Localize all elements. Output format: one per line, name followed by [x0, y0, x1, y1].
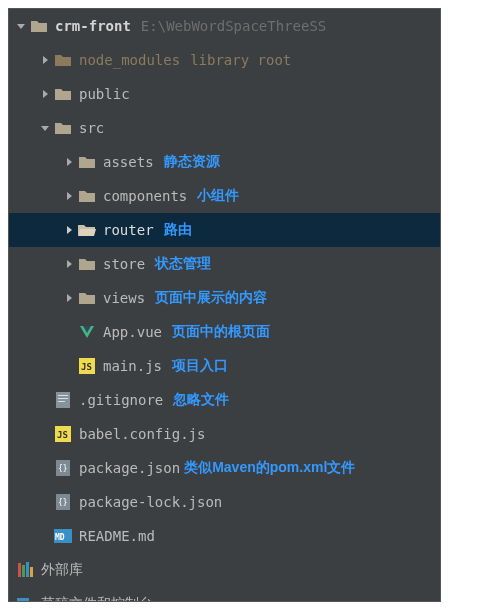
folder-icon — [77, 186, 97, 206]
annotation: 忽略文件 — [173, 391, 229, 409]
item-name: views — [103, 290, 145, 306]
vue-file-icon — [77, 322, 97, 342]
tree-row[interactable]: views 页面中展示的内容 — [9, 281, 440, 315]
tree-row-selected[interactable]: router 路由 — [9, 213, 440, 247]
folder-icon — [77, 152, 97, 172]
tree-row[interactable]: assets 静态资源 — [9, 145, 440, 179]
svg-rect-3 — [58, 395, 68, 396]
folder-icon — [77, 254, 97, 274]
svg-text:JS: JS — [57, 430, 68, 440]
tree-row[interactable]: JS main.js 项目入口 — [9, 349, 440, 383]
tree-row[interactable]: {} package-lock.json — [9, 485, 440, 519]
root-name: crm-front — [55, 18, 131, 34]
scratches-consoles[interactable]: 草稿文件和控制台 — [9, 587, 440, 602]
svg-rect-2 — [56, 392, 70, 408]
tree-row[interactable]: store 状态管理 — [9, 247, 440, 281]
svg-rect-17 — [30, 567, 33, 577]
item-name: main.js — [103, 358, 162, 374]
chevron-right-icon[interactable] — [61, 293, 77, 303]
scratches-label: 草稿文件和控制台 — [41, 595, 153, 602]
item-name: assets — [103, 154, 154, 170]
item-name: src — [79, 120, 104, 136]
svg-rect-15 — [22, 565, 25, 577]
item-name: router — [103, 222, 154, 238]
item-name: node_modules — [79, 52, 180, 68]
json-file-icon: {} — [53, 492, 73, 512]
svg-text:JS: JS — [81, 362, 92, 372]
external-libraries[interactable]: 外部库 — [9, 553, 440, 587]
tree-row[interactable]: App.vue 页面中的根页面 — [9, 315, 440, 349]
library-icon — [15, 560, 35, 580]
chevron-right-icon[interactable] — [61, 225, 77, 235]
item-name: README.md — [79, 528, 155, 544]
folder-icon — [29, 16, 49, 36]
folder-icon — [53, 50, 73, 70]
tree-row[interactable]: src — [9, 111, 440, 145]
project-tree-panel: crm-front E:\WebWordSpaceThreeSS node_mo… — [8, 8, 441, 602]
annotation: 页面中的根页面 — [172, 323, 270, 341]
external-lib-label: 外部库 — [41, 561, 83, 579]
item-name: store — [103, 256, 145, 272]
svg-rect-5 — [58, 401, 65, 402]
svg-text:MD: MD — [55, 533, 65, 542]
chevron-right-icon[interactable] — [37, 55, 53, 65]
svg-rect-4 — [58, 398, 68, 399]
folder-open-icon — [77, 220, 97, 240]
annotation: 路由 — [164, 221, 192, 239]
item-name: package-lock.json — [79, 494, 222, 510]
js-file-icon: JS — [77, 356, 97, 376]
tree-row[interactable]: .gitignore 忽略文件 — [9, 383, 440, 417]
root-path: E:\WebWordSpaceThreeSS — [141, 18, 326, 34]
tree-row[interactable]: public — [9, 77, 440, 111]
item-name: .gitignore — [79, 392, 163, 408]
tree-row[interactable]: {} package.json 类似Maven的pom.xml文件 — [9, 451, 440, 485]
annotation: 静态资源 — [164, 153, 220, 171]
annotation: 状态管理 — [155, 255, 211, 273]
item-name: App.vue — [103, 324, 162, 340]
folder-icon — [77, 288, 97, 308]
tree-row[interactable]: components 小组件 — [9, 179, 440, 213]
svg-rect-14 — [18, 563, 21, 577]
chevron-right-icon[interactable] — [61, 191, 77, 201]
item-name: components — [103, 188, 187, 204]
tree-row[interactable]: JS babel.config.js — [9, 417, 440, 451]
svg-text:{}: {} — [58, 498, 68, 507]
md-file-icon: MD — [53, 526, 73, 546]
annotation: 项目入口 — [172, 357, 228, 375]
item-hint: library root — [190, 52, 291, 68]
item-name: package.json — [79, 460, 180, 476]
json-file-icon: {} — [53, 458, 73, 478]
scratch-icon — [15, 594, 35, 602]
chevron-down-icon[interactable] — [37, 123, 53, 133]
svg-rect-18 — [17, 598, 29, 602]
chevron-down-icon[interactable] — [13, 21, 29, 31]
folder-icon — [53, 118, 73, 138]
chevron-right-icon[interactable] — [37, 89, 53, 99]
tree-row-root[interactable]: crm-front E:\WebWordSpaceThreeSS — [9, 9, 440, 43]
svg-text:{}: {} — [58, 464, 68, 473]
annotation: 类似Maven的pom.xml文件 — [184, 459, 355, 477]
tree-row[interactable]: MD README.md — [9, 519, 440, 553]
svg-rect-16 — [26, 562, 29, 577]
text-file-icon — [53, 390, 73, 410]
chevron-right-icon[interactable] — [61, 259, 77, 269]
item-name: babel.config.js — [79, 426, 205, 442]
annotation: 页面中展示的内容 — [155, 289, 267, 307]
tree-row[interactable]: node_modules library root — [9, 43, 440, 77]
folder-icon — [53, 84, 73, 104]
js-file-icon: JS — [53, 424, 73, 444]
item-name: public — [79, 86, 130, 102]
annotation: 小组件 — [197, 187, 239, 205]
chevron-right-icon[interactable] — [61, 157, 77, 167]
